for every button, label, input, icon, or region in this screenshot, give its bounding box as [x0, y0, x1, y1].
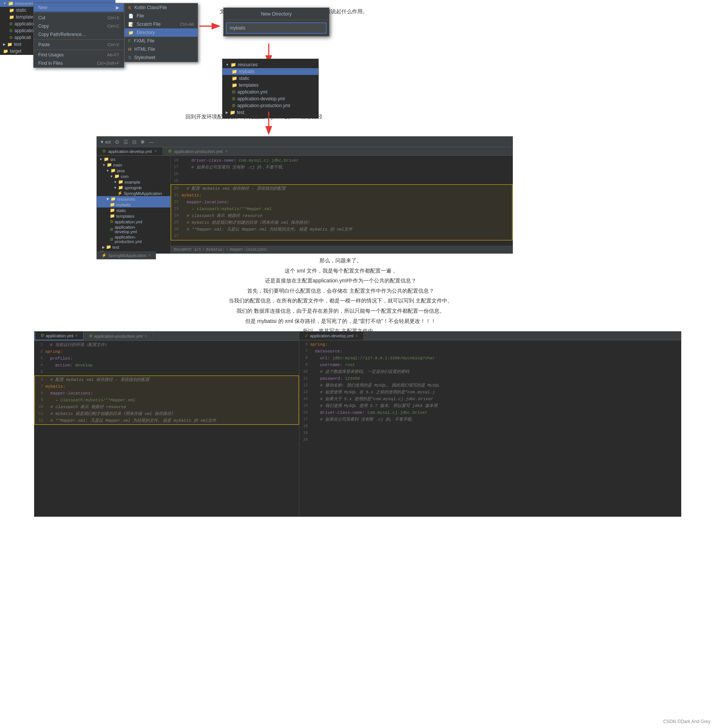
tab-bar: ⚙ application-develop.yml ✕ ⚙ applicatio…	[97, 147, 512, 156]
folder-icon-static: 📁	[9, 8, 14, 13]
directory-icon: 📁	[128, 30, 134, 35]
ft-resources: ▼ 📁 resources	[223, 61, 318, 68]
copy-shortcut: Ctrl+C	[107, 24, 119, 28]
menu-item-find-files[interactable]: Find in Files Ctrl+Shift+F	[34, 59, 124, 67]
left-ln-7: 7	[35, 383, 45, 390]
folder-src: 📁	[104, 157, 109, 162]
settings-icon[interactable]: ✱	[140, 139, 145, 145]
ln-16: 16	[171, 157, 181, 164]
left-line-10: 10 # classpath 表示 根路径 resource	[35, 404, 299, 410]
code-16: driver-class-name: com.mysql.cj.jdbc.Dri…	[181, 157, 299, 164]
folder-static: 📁	[110, 208, 115, 213]
left-tab-prod[interactable]: ⚙ application-production.yml ✕	[84, 332, 153, 340]
folder-mybatis: 📁	[110, 202, 115, 207]
ft-templates: 📁 templates	[223, 82, 318, 89]
spring-tab-close[interactable]: ✕	[148, 253, 151, 257]
exp-line-4: 首先，我们要明白什么配置信息，会存储在 主配置文件中作为公共的配置信息？	[151, 286, 530, 296]
split-icon[interactable]: ⊟	[132, 139, 137, 145]
submenu-stylesheet[interactable]: S Stylesheet	[125, 53, 198, 62]
submenu-fxml[interactable]: F FXML File	[125, 37, 198, 45]
tree-mybatis-highlighted: 📁 mybatis	[97, 202, 170, 207]
right-line-8: 8 url: jdbc:mysql://127.0.0.1:3306/mycnb…	[299, 355, 681, 362]
dialog-body	[224, 20, 329, 36]
file-icon-prod: ⚙	[9, 35, 13, 40]
file-icon-dev2: ⚙	[110, 227, 114, 232]
tree-test2: ▶ 📁 test	[97, 244, 170, 250]
ln-18: 18	[171, 171, 181, 178]
ft-file-icon-dev: ⚙	[232, 96, 236, 101]
left-tab-app[interactable]: ⚙ application.yml ✕	[34, 332, 84, 340]
right-ln-11: 11	[299, 375, 310, 382]
tab-production[interactable]: ⚙ application-production.yml ✕	[163, 147, 234, 155]
tree-src: ▼ 📁 src	[97, 156, 170, 162]
folder-java: 📁	[111, 168, 116, 173]
right-ln-15: 15	[299, 402, 310, 409]
prod-file-icon: ⚙	[168, 149, 172, 154]
right-ln-18: 18	[299, 423, 310, 430]
right-ln-12: 12	[299, 382, 310, 389]
left-line-11: 11 # mybatis 就是我们刚才创建的目录《用来存储 xml 保存路径》	[35, 410, 299, 417]
file-icon-app2: ⚙	[110, 219, 114, 224]
tree-java: ▼ 📁 java	[97, 168, 170, 173]
tree-main: ▼ 📁 main	[97, 162, 170, 168]
code-20: # 配置 mybatis xml 保存路径 - 系统级别的配置	[182, 185, 286, 192]
menu-item-cut[interactable]: Cut Ctrl+X	[34, 14, 124, 22]
ln-24: 24	[171, 212, 182, 219]
menu-item-new[interactable]: New ▶	[34, 3, 124, 12]
tab1-close[interactable]: ✕	[154, 149, 157, 153]
ln-21: 21	[171, 192, 182, 199]
tab-develop[interactable]: ⚙ application-develop.yml ✕	[97, 147, 163, 155]
directory-name-input[interactable]	[227, 23, 326, 33]
minus-icon[interactable]: —	[149, 139, 154, 145]
watermark: CSDN ©Dark And Grey	[663, 719, 710, 724]
folder-resources: 📁	[111, 196, 116, 201]
list-icon[interactable]: ☰	[123, 139, 128, 145]
code-22: mapper-locations:	[182, 199, 229, 206]
right-ln-7: 7	[299, 348, 310, 355]
context-menu[interactable]: New ▶ Cut Ctrl+X Copy Ctrl+C Copy Path/R…	[33, 3, 124, 68]
spring-app-tab[interactable]: ⚡ SpringMbApplication ✕	[97, 251, 156, 259]
section1-context-menu: ▼ 📁 resources 📁 static 📁 templates ⚙ app…	[0, 0, 718, 55]
left-tab2-close[interactable]: ✕	[144, 334, 147, 338]
left-ln-1: 1	[34, 341, 45, 348]
left-tab1-close[interactable]: ✕	[75, 334, 78, 338]
left-ln-10: 10	[35, 404, 45, 410]
tab2-close[interactable]: ✕	[225, 149, 228, 153]
submenu-directory[interactable]: 📁 Directory	[125, 28, 198, 37]
tree-springapp: ⚡ SpringMbApplication	[97, 190, 170, 196]
right-tab-bar: ✓ application-develop.yml ✕	[299, 332, 681, 340]
right-ln-14: 14	[299, 396, 310, 402]
code-17: # 如果在公司里看到 没有附 .cj 的，不要干我。	[181, 164, 286, 171]
submenu-file[interactable]: 📄 File	[125, 12, 198, 20]
left-ln-8: 8	[35, 390, 45, 397]
file-icon-app: ⚙	[9, 22, 13, 27]
code-line-18: 18	[171, 171, 512, 178]
code-24: # classpath 表示 根路径 resource	[182, 212, 262, 219]
submenu[interactable]: K Kotlin Class/File 📄 File 📝 Scratch Fil…	[124, 3, 198, 62]
right-tab-dev[interactable]: ✓ application-develop.yml ✕	[299, 332, 364, 340]
left-line-3: 3 profiles:	[34, 355, 299, 362]
ft-folder-icon-resources: 📁	[231, 62, 236, 67]
menu-item-paste[interactable]: Paste Ctrl+V	[34, 41, 124, 49]
right-ln-10: 10	[299, 368, 310, 375]
submenu-scratch[interactable]: 📝 Scratch File Ctrl+Alt	[125, 20, 198, 28]
ft-mybatis: 📁 mybatis	[223, 68, 318, 75]
right-line-15: 15 # 我们使用 MySQL 使用 5.7 版本, 所以要写 jdk8 版本用	[299, 402, 681, 409]
right-pane: ✓ application-develop.yml ✕ 6 spring: 7 …	[299, 332, 681, 516]
submenu-html[interactable]: H HTML File	[125, 45, 198, 53]
code-line-27: 27	[171, 233, 512, 240]
menu-item-copy[interactable]: Copy Ctrl+C	[34, 22, 124, 30]
right-tab-close[interactable]: ✕	[355, 334, 358, 338]
ln-20: 20	[171, 185, 182, 192]
right-line-9: 9 username: root	[299, 362, 681, 368]
file-icon-prod2: ⚙	[110, 237, 114, 242]
ft-folder-icon-templates: 📁	[232, 83, 237, 88]
menu-item-find-usages[interactable]: Find Usages Alt+F7	[34, 51, 124, 59]
menu-item-copy-path[interactable]: Copy Path/Reference...	[34, 30, 124, 39]
right-line-10: 10 # 这个数据库登录密码, 一定是你们设置的密码	[299, 368, 681, 375]
submenu-kotlin[interactable]: K Kotlin Class/File	[125, 3, 198, 12]
code-line-23: 23 - classpath:mybatis/**Mapper.xml	[171, 206, 512, 212]
gear-icon[interactable]: ⚙	[115, 139, 120, 145]
left-ln-3: 3	[34, 355, 45, 362]
ide-tree-panel: ▼ 📁 src ▼ 📁 main ▼ 📁 java ▼ 📁 com ▼	[97, 156, 171, 253]
